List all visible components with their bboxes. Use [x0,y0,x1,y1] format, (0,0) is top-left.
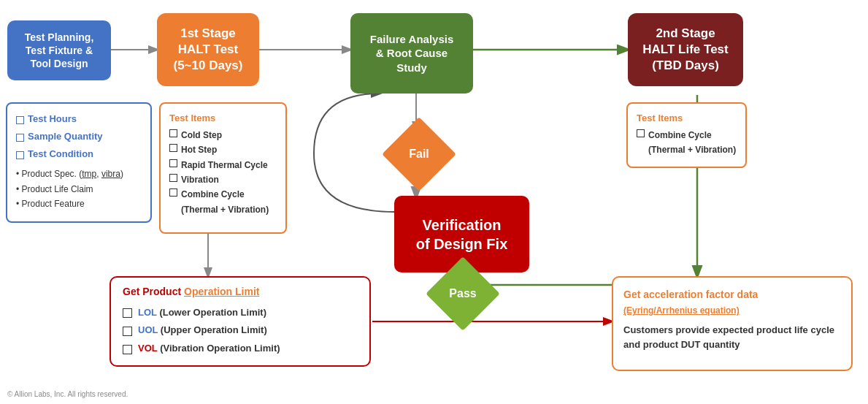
stage1-items-title: Test Items [169,111,277,126]
lol-desc: (Lower Operation Limit) [159,307,266,318]
cold-step: Cold Step [181,128,222,142]
test-conditions-box: Test Hours Sample Quantity Test Conditio… [6,102,152,223]
acceleration-box: Get acceleration factor data (Eyring/Arr… [612,276,853,371]
op-limit-title-2: Operation Limit [184,286,259,297]
verification-label: Verification of Design Fix [416,216,508,254]
uol-label: UOL [138,324,158,335]
vibration: Vibration [181,172,219,187]
pass-label: Pass [449,287,476,300]
copyright: © Allion Labs, Inc. All rights reserved. [7,390,128,398]
test-planning-label: Test Planning, Test Fixture & Tool Desig… [25,31,94,71]
op-limit-title-1: Get Product [123,286,184,297]
vol-desc: (Vibration Operation Limit) [160,343,280,354]
fail-label: Fail [409,148,429,161]
accel-desc: Customers provide expected product life … [623,323,841,354]
note2: • Product Life Claim [16,182,142,197]
test-planning-box: Test Planning, Test Fixture & Tool Desig… [7,20,111,80]
test-hours-item: Test Hours [28,111,77,127]
test-condition-item: Test Condition [28,146,93,162]
stage2-items-title: Test Items [637,111,737,126]
accel-subtitle: (Eyring/Arrhenius equation) [623,304,841,318]
stage1-box: 1st Stage HALT Test (5~10 Days) [157,13,259,86]
stage2-label: 2nd Stage HALT Life Test (TBD Days) [642,26,728,74]
stage2-items-box: Test Items Combine Cycle(Thermal + Vibra… [626,102,747,168]
combine-cycle-2: Combine Cycle(Thermal + Vibration) [648,128,736,158]
operation-limit-box: Get Product Operation Limit LOL (Lower O… [110,276,371,367]
vol-label: VOL [138,343,158,354]
failure-analysis-box: Failure Analysis & Root Cause Study [350,13,473,94]
note1: • Product Spec. (tmp, vibra) [16,167,142,181]
stage1-items-box: Test Items Cold Step Hot Step Rapid Ther… [159,102,287,234]
uol-desc: (Upper Operation Limit) [161,324,267,335]
accel-title: Get acceleration factor data [623,286,841,302]
rapid-thermal: Rapid Thermal Cycle [181,158,268,172]
note3: • Product Feature [16,197,142,211]
stage1-label: 1st Stage HALT Test (5~10 Days) [174,26,243,74]
failure-analysis-label: Failure Analysis & Root Cause Study [370,32,454,75]
stage2-box: 2nd Stage HALT Life Test (TBD Days) [628,13,743,86]
sample-qty-item: Sample Quantity [28,129,103,145]
hot-step: Hot Step [181,142,217,157]
combine-cycle-1: Combine Cycle(Thermal + Vibration) [181,187,269,217]
lol-label: LOL [138,307,157,318]
